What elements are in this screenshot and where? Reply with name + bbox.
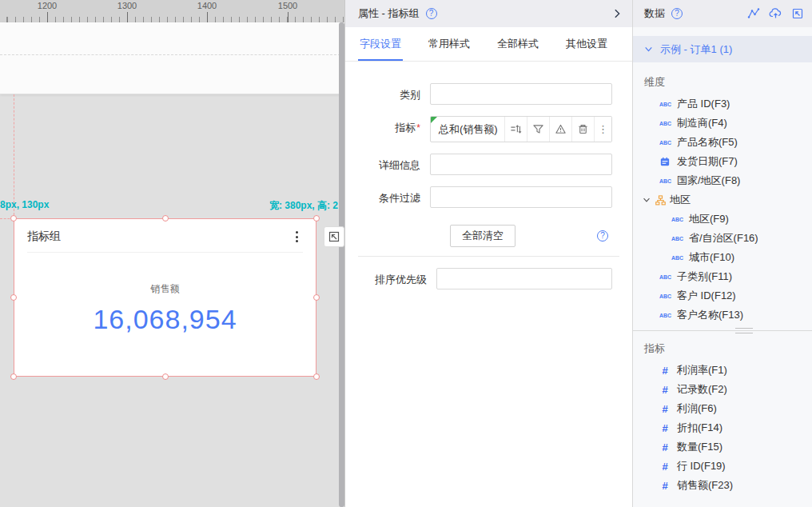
text-type-icon: ABC — [671, 217, 683, 222]
dataset-item[interactable]: 示例 - 订单1 (1) — [633, 36, 812, 62]
open-dataset-icon[interactable] — [791, 7, 804, 20]
number-type-icon: # — [659, 365, 671, 377]
ruler-major-tick — [47, 12, 48, 22]
help-icon[interactable]: ? — [671, 8, 683, 19]
cloud-upload-icon[interactable] — [769, 7, 782, 20]
number-type-icon: # — [659, 461, 671, 473]
properties-tabs: 字段设置 常用样式 全部样式 其他设置 — [345, 27, 632, 62]
resize-handle-e[interactable] — [313, 294, 320, 301]
text-type-icon: ABC — [659, 293, 671, 299]
more-options-icon[interactable]: ⋮ — [594, 117, 611, 142]
measure-item[interactable]: # 销售额(F23) — [633, 476, 812, 495]
resize-handle-w[interactable] — [10, 294, 17, 301]
text-type-icon: ABC — [659, 178, 671, 184]
chevron-down-icon[interactable] — [643, 196, 651, 204]
text-type-icon: ABC — [671, 236, 683, 242]
widget-size-label: 宽: 380px, 高: 2 — [269, 199, 338, 213]
measure-item[interactable]: # 行 ID(F19) — [633, 457, 812, 476]
resize-handle-sw[interactable] — [10, 373, 17, 380]
resize-handle-se[interactable] — [313, 373, 320, 380]
measure-item[interactable]: # 利润(F6) — [633, 399, 812, 418]
category-input[interactable] — [430, 83, 612, 105]
bi-designer-app: 1200 1300 1400 1500 8px, 130px 宽: 380px,… — [0, 0, 812, 507]
delete-icon[interactable] — [571, 117, 594, 142]
condition-filter-input[interactable] — [430, 186, 612, 208]
dimension-measure-splitter[interactable] — [633, 330, 812, 331]
tab-other-settings[interactable]: 其他设置 — [564, 27, 609, 61]
required-mark: * — [416, 122, 420, 134]
dimension-item[interactable]: ABC 制造商(F4) — [633, 114, 812, 133]
sort-order-icon[interactable] — [504, 117, 527, 142]
kpi-metric-label: 销售额 — [151, 282, 180, 296]
number-type-icon: # — [659, 384, 671, 396]
blend-data-icon[interactable] — [747, 7, 760, 20]
resize-handle-s[interactable] — [162, 373, 169, 380]
kpi-widget[interactable]: 指标组 销售额 16,068,954 — [14, 218, 316, 377]
dimension-item[interactable]: ABC 城市(F10) — [633, 248, 812, 267]
detail-label: 详细信息 — [358, 154, 420, 173]
dimension-item[interactable]: ABC 子类别(F11) — [633, 267, 812, 286]
metric-field-box: 总和(销售额) — [430, 116, 612, 142]
sort-priority-label: 排序优先级 — [358, 268, 427, 287]
section-divider — [358, 256, 619, 257]
number-type-icon: # — [659, 403, 671, 415]
dimension-item[interactable]: ABC 客户名称(F13) — [633, 305, 812, 325]
dimension-group-region[interactable]: 地区 — [633, 190, 812, 210]
data-header: 数据 ? — [633, 0, 812, 27]
dimension-item[interactable]: ABC 产品名称(F5) — [633, 133, 812, 152]
text-type-icon: ABC — [659, 140, 671, 146]
dimension-item[interactable]: ABC 省/自治区(F16) — [633, 229, 812, 248]
fit-scale-button[interactable] — [324, 226, 344, 247]
number-type-icon: # — [659, 441, 671, 453]
measure-item[interactable]: # 数量(F15) — [633, 437, 812, 457]
widget-title: 指标组 — [27, 230, 61, 244]
text-type-icon: ABC — [659, 102, 671, 107]
tab-common-style[interactable]: 常用样式 — [427, 27, 472, 61]
ruler-major-tick — [288, 12, 289, 22]
dashboard-sheet-top — [0, 22, 344, 94]
resize-handle-n[interactable] — [162, 215, 169, 222]
detail-input[interactable] — [430, 154, 612, 175]
field-settings-body: 类别 指标* 总和(销售额) — [345, 62, 632, 507]
measure-item[interactable]: # 利润率(F1) — [633, 361, 812, 380]
dimension-item[interactable]: ABC 产品 ID(F3) — [633, 94, 812, 114]
sort-priority-input[interactable] — [436, 268, 612, 289]
ruler-minor-ticks — [0, 17, 344, 22]
dataset-name: 示例 - 订单1 (1) — [660, 42, 732, 57]
collapse-panel-icon[interactable] — [611, 8, 623, 19]
warning-icon[interactable] — [549, 117, 571, 142]
properties-title: 属性 - 指标组 — [358, 6, 420, 21]
text-type-icon: ABC — [659, 313, 671, 318]
metric-field-chip[interactable]: 总和(销售额) — [431, 117, 504, 142]
text-type-icon: ABC — [659, 121, 671, 126]
condition-filter-label: 条件过滤 — [358, 186, 420, 206]
canvas-vertical-scrollbar[interactable] — [339, 22, 344, 507]
clear-all-button[interactable]: 全部清空 — [450, 225, 515, 247]
resize-handle-ne[interactable] — [313, 215, 320, 222]
dimension-section-title: 维度 — [633, 72, 812, 94]
resize-handle-nw[interactable] — [10, 215, 17, 222]
tab-all-style[interactable]: 全部样式 — [496, 27, 540, 61]
widget-menu-icon[interactable] — [291, 230, 303, 244]
tab-field-settings[interactable]: 字段设置 — [358, 27, 403, 61]
ruler-label: 1300 — [117, 1, 137, 10]
data-title: 数据 — [644, 6, 665, 21]
date-type-icon — [659, 157, 671, 166]
dimension-item[interactable]: ABC 客户 ID(F12) — [633, 286, 812, 305]
measure-section-title: 指标 — [633, 338, 812, 361]
chevron-down-icon — [644, 45, 653, 54]
help-icon[interactable]: ? — [426, 8, 437, 19]
help-icon[interactable]: ? — [597, 230, 608, 242]
measure-item[interactable]: # 记录数(F2) — [633, 380, 812, 399]
dimension-item[interactable]: ABC 地区(F9) — [633, 210, 812, 229]
splitter-grip-icon — [735, 328, 753, 333]
dimension-item[interactable]: ABC 国家/地区(F8) — [633, 171, 812, 190]
horizontal-ruler: 1200 1300 1400 1500 — [0, 0, 344, 22]
filter-icon[interactable] — [527, 117, 549, 142]
dimension-item[interactable]: 发货日期(F7) — [633, 152, 812, 171]
design-canvas[interactable]: 1200 1300 1400 1500 8px, 130px 宽: 380px,… — [0, 0, 345, 507]
measure-item[interactable]: # 折扣(F14) — [633, 418, 812, 437]
ruler-major-tick — [207, 12, 208, 22]
ruler-label: 1200 — [38, 1, 57, 10]
layout-dashed-guide — [0, 54, 344, 55]
